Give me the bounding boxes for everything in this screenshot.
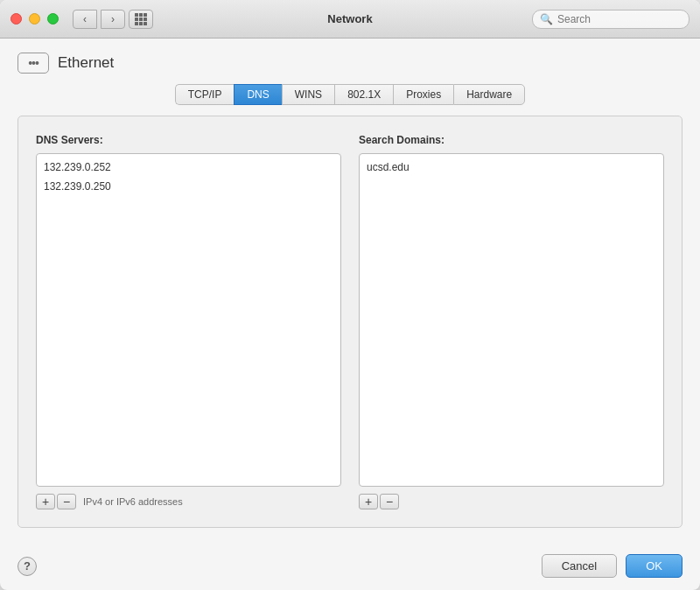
dns-servers-list[interactable]: 132.239.0.252 132.239.0.250 [36,153,341,487]
cancel-button[interactable]: Cancel [542,554,617,578]
bottom-bar: ? Cancel OK [0,545,700,590]
grid-button[interactable] [129,10,153,29]
search-domains-remove-button[interactable]: − [380,494,399,509]
window: ‹ › Network 🔍 ••• Ethernet TCP/IP [0,0,700,590]
search-box[interactable]: 🔍 [532,10,690,29]
search-domains-column: Search Domains: ucsd.edu + − [359,134,664,509]
dns-servers-add-button[interactable]: + [36,494,55,509]
maximize-button[interactable] [47,13,59,25]
minimize-button[interactable] [29,13,40,25]
action-buttons: Cancel OK [542,554,682,578]
window-title: Network [327,12,372,25]
dns-panel: DNS Servers: 132.239.0.252 132.239.0.250… [18,116,682,528]
dns-servers-column: DNS Servers: 132.239.0.252 132.239.0.250… [36,134,341,509]
forward-button[interactable]: › [101,10,125,29]
grid-icon [135,13,147,25]
dns-servers-label: DNS Servers: [36,134,341,146]
dots-icon: ••• [28,56,38,70]
search-domains-add-button[interactable]: + [359,494,378,509]
dns-servers-controls: + − IPv4 or IPv6 addresses [36,494,341,509]
tab-tcpip[interactable]: TCP/IP [175,84,234,105]
tab-8021x[interactable]: 802.1X [334,84,393,105]
search-domain-1: ucsd.edu [365,158,658,177]
back-nav-icon[interactable]: ••• [18,53,49,74]
breadcrumb-area: ••• Ethernet [18,53,682,74]
help-button[interactable]: ? [18,557,37,576]
search-domains-controls: + − [359,494,664,509]
dns-servers-hint: IPv4 or IPv6 addresses [83,496,183,507]
ok-button[interactable]: OK [626,554,682,578]
titlebar: ‹ › Network 🔍 [0,0,700,39]
search-input[interactable] [557,13,682,25]
breadcrumb-label: Ethernet [58,54,114,72]
tab-hardware[interactable]: Hardware [453,84,525,105]
columns-row: DNS Servers: 132.239.0.252 132.239.0.250… [36,134,664,509]
back-button[interactable]: ‹ [73,10,97,29]
tab-wins[interactable]: WINS [282,84,334,105]
tabs-container: TCP/IP DNS WINS 802.1X Proxies Hardware [18,84,682,105]
search-domains-label: Search Domains: [359,134,664,146]
search-domains-list[interactable]: ucsd.edu [359,153,664,487]
tab-proxies[interactable]: Proxies [393,84,453,105]
dns-servers-remove-button[interactable]: − [57,494,76,509]
search-icon: 🔍 [540,13,553,25]
nav-buttons: ‹ › [73,10,125,29]
traffic-lights [10,13,59,25]
dns-server-2: 132.239.0.250 [42,177,335,196]
tab-dns[interactable]: DNS [234,84,281,105]
content-area: ••• Ethernet TCP/IP DNS WINS 802.1X Prox… [0,39,700,545]
dns-server-1: 132.239.0.252 [42,158,335,177]
close-button[interactable] [10,13,22,25]
